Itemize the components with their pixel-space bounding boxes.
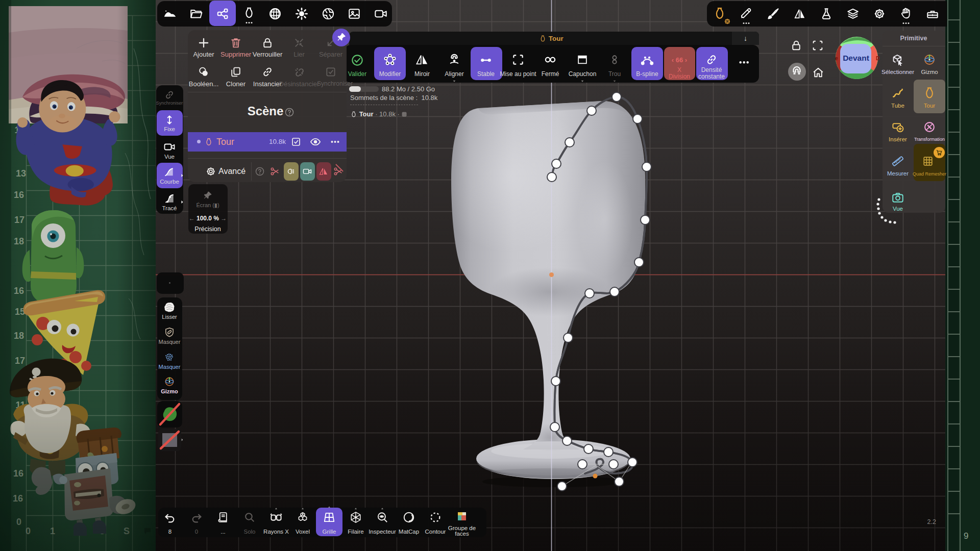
svg-text:Devant: Devant (843, 54, 869, 62)
svg-text:2.2: 2.2 (927, 518, 936, 525)
svg-text:D: D (876, 56, 879, 61)
svg-text:9: 9 (964, 531, 968, 541)
svg-text:e: e (835, 56, 838, 61)
